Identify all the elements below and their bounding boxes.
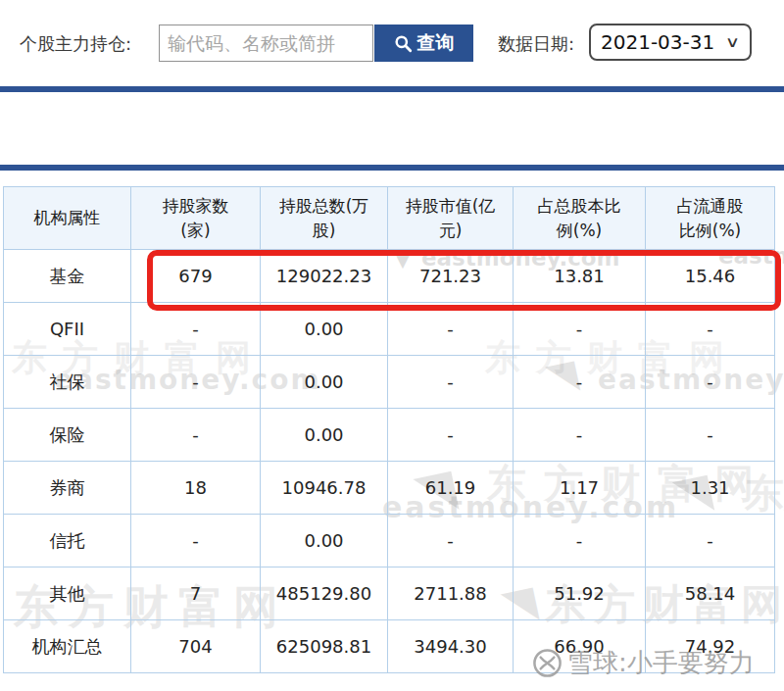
col-header-institution-type: 机构属性: [4, 187, 131, 250]
table-row: QFII-0.00---: [4, 303, 775, 356]
search-icon: [394, 34, 413, 53]
col-header-pct-total: 占总股本比 例(%): [514, 187, 646, 250]
table-row: 券商1810946.7861.191.171.31: [4, 462, 775, 515]
date-select[interactable]: 2021-03-31 ∨: [589, 24, 752, 61]
table-row: 社保-0.00---: [4, 356, 775, 409]
page: ▼ eastmoney.com eastmoney.com 东方财富网 east…: [0, 0, 784, 691]
table-cell: 679: [131, 250, 261, 303]
table-cell: -: [646, 303, 775, 356]
table-cell: 74.92: [646, 620, 775, 673]
table-cell: 61.19: [388, 462, 514, 515]
table-row: 基金679129022.23721.2313.8115.46: [4, 250, 775, 303]
table-cell: 51.92: [514, 568, 646, 620]
table-cell: 0.00: [261, 356, 388, 409]
row-label: 券商: [4, 462, 131, 515]
row-label: 信托: [4, 515, 131, 568]
table-cell: 10946.78: [261, 462, 388, 515]
table-row: 保险-0.00---: [4, 409, 775, 462]
table-cell: -: [514, 356, 646, 409]
table-cell: 18: [131, 462, 261, 515]
table-cell: 0.00: [261, 409, 388, 462]
table-cell: 2711.88: [388, 568, 514, 620]
table-body: 基金679129022.23721.2313.8115.46QFII-0.00-…: [4, 250, 775, 673]
table-cell: -: [514, 303, 646, 356]
table-cell: -: [514, 515, 646, 568]
table-cell: -: [646, 409, 775, 462]
table-row: 信托-0.00---: [4, 515, 775, 568]
table-cell: 625098.81: [261, 620, 388, 673]
row-label: 社保: [4, 356, 131, 409]
table-cell: 1.17: [514, 462, 646, 515]
row-label: 机构汇总: [4, 620, 131, 673]
table-cell: -: [646, 515, 775, 568]
table-cell: -: [131, 303, 261, 356]
date-select-value: 2021-03-31: [601, 30, 714, 54]
row-label: 其他: [4, 568, 131, 620]
col-header-market-value: 持股市值(亿 元): [388, 187, 514, 250]
query-button[interactable]: 查询: [374, 25, 473, 62]
date-label: 数据日期:: [498, 32, 574, 56]
table-cell: -: [388, 303, 514, 356]
row-label: 基金: [4, 250, 131, 303]
table-cell: 721.23: [388, 250, 514, 303]
table-cell: -: [514, 409, 646, 462]
table-cell: -: [388, 409, 514, 462]
table-cell: 13.81: [514, 250, 646, 303]
col-header-pct-float: 占流通股 比例(%): [646, 187, 775, 250]
chevron-down-icon: ∨: [725, 33, 740, 51]
table-row: 机构汇总704625098.813494.3066.9074.92: [4, 620, 775, 673]
table-cell: -: [388, 356, 514, 409]
query-button-label: 查询: [417, 30, 455, 56]
table-cell: 66.90: [514, 620, 646, 673]
divider-bar-top: [0, 86, 784, 92]
row-label: 保险: [4, 409, 131, 462]
row-label: QFII: [4, 303, 131, 356]
table-cell: 3494.30: [388, 620, 514, 673]
table-header-row: 机构属性 持股家数 (家) 持股总数(万 股) 持股市值(亿 元) 占总股本比 …: [4, 187, 775, 250]
table-cell: 704: [131, 620, 261, 673]
holdings-table: 机构属性 持股家数 (家) 持股总数(万 股) 持股市值(亿 元) 占总股本比 …: [3, 186, 775, 673]
table-row: 其他7485129.802711.8851.9258.14: [4, 568, 775, 620]
table-cell: 58.14: [646, 568, 775, 620]
col-header-holder-count: 持股家数 (家): [131, 187, 261, 250]
col-header-shares-held: 持股总数(万 股): [261, 187, 388, 250]
table-cell: -: [131, 515, 261, 568]
table-cell: 129022.23: [261, 250, 388, 303]
divider-bar-bottom: [0, 165, 784, 171]
table-cell: 15.46: [646, 250, 775, 303]
table-cell: -: [131, 409, 261, 462]
table-cell: 1.31: [646, 462, 775, 515]
table-cell: 7: [131, 568, 261, 620]
page-title: 个股主力持仓:: [20, 32, 131, 56]
table-cell: 0.00: [261, 515, 388, 568]
table-cell: 0.00: [261, 303, 388, 356]
table-cell: 485129.80: [261, 568, 388, 620]
table-cell: -: [131, 356, 261, 409]
table-cell: -: [646, 356, 775, 409]
search-input[interactable]: [159, 25, 373, 62]
table-cell: -: [388, 515, 514, 568]
